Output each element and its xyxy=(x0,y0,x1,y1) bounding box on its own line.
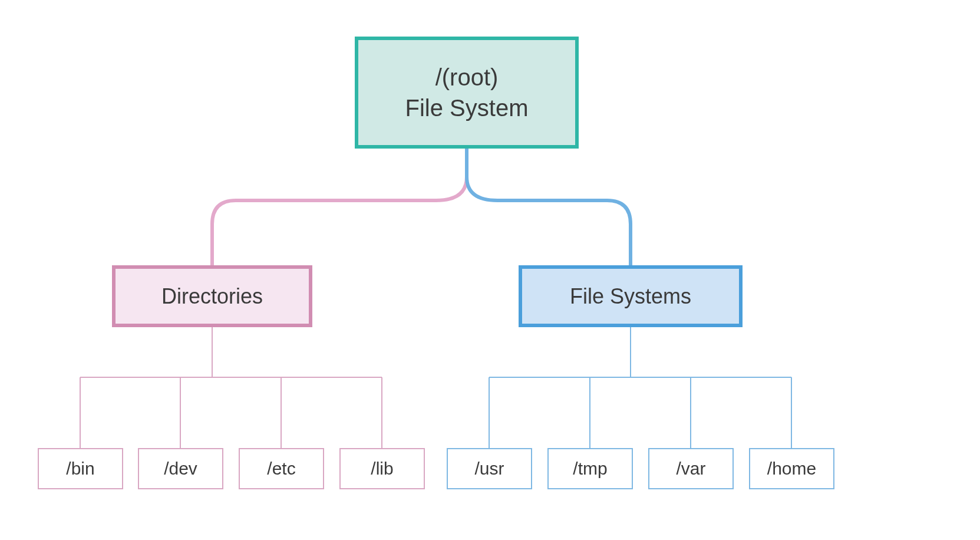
leaf-var-label: /var xyxy=(676,459,705,479)
leaf-tmp-label: /tmp xyxy=(573,459,607,479)
leaf-home-label: /home xyxy=(767,459,816,479)
leaf-bin-label: /bin xyxy=(66,459,94,479)
filesystems-node: File Systems xyxy=(519,265,743,327)
leaf-etc-label: /etc xyxy=(267,459,295,479)
directories-label: Directories xyxy=(161,284,263,309)
leaf-lib-label: /lib xyxy=(371,459,393,479)
leaf-usr: /usr xyxy=(447,448,532,489)
directories-node: Directories xyxy=(112,265,312,327)
leaf-tmp: /tmp xyxy=(547,448,633,489)
filesystems-label: File Systems xyxy=(570,284,691,309)
leaf-home: /home xyxy=(749,448,834,489)
leaf-dev: /dev xyxy=(138,448,223,489)
diagram-canvas: /(root) File System Directories File Sys… xyxy=(0,0,980,540)
root-line1: /(root) xyxy=(435,64,499,90)
root-label: /(root) File System xyxy=(405,62,529,123)
leaf-usr-label: /usr xyxy=(474,459,504,479)
leaf-bin: /bin xyxy=(38,448,123,489)
root-line2: File System xyxy=(405,95,529,121)
leaf-dev-label: /dev xyxy=(164,459,197,479)
leaf-var: /var xyxy=(648,448,734,489)
leaf-lib: /lib xyxy=(339,448,425,489)
root-node: /(root) File System xyxy=(355,37,579,149)
leaf-etc: /etc xyxy=(239,448,324,489)
